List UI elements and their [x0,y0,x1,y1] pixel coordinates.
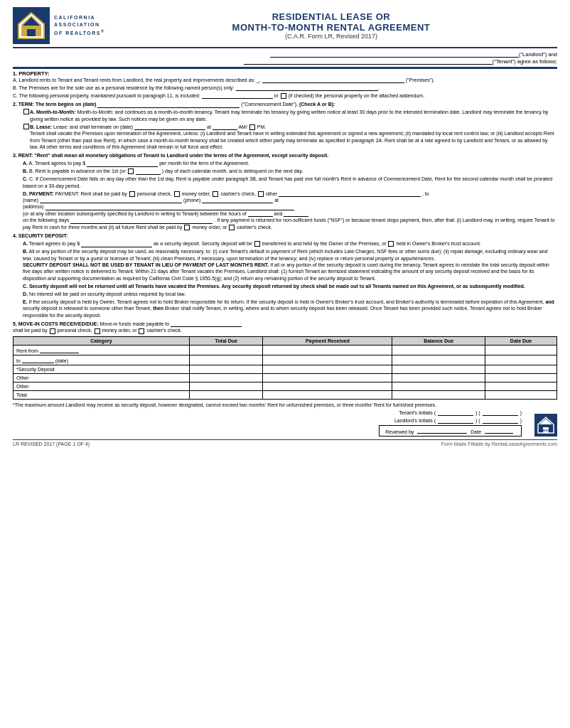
table-cell-balance4[interactable] [392,373,485,382]
s3d-other: other [266,191,277,196]
s3d-phone-field[interactable] [202,197,273,203]
s3d-body: (or at any other location subsequently s… [23,211,247,216]
table-cell-other1: Other [14,373,190,382]
table-cell-balance5[interactable] [392,382,485,390]
tenant-field[interactable] [244,58,493,65]
s1a-field[interactable] [262,77,404,83]
table-cell-date4[interactable] [485,373,557,382]
s3a-amount-field[interactable] [87,161,158,167]
s3d-hours2-field[interactable] [284,210,308,217]
table-row: to (date) [14,355,557,365]
table-cell-total1[interactable] [189,345,263,355]
s3b-checkbox[interactable] [128,168,134,174]
reviewed-field[interactable] [417,427,467,434]
s5-money-checkbox[interactable] [95,328,100,334]
title-sub: MONTH-TO-MONTH RENTAL AGREEMENT [105,22,557,33]
table-cell-total5[interactable] [189,382,263,390]
s4c-row: C. Security deposit will not be returned… [13,283,557,289]
s3d-cashier2-checkbox[interactable] [229,225,235,230]
s3b-day-field[interactable] [136,168,161,175]
s2b-checkbox[interactable] [23,124,29,129]
s2b-date-field[interactable] [134,124,205,130]
s2a-checkbox[interactable] [23,109,29,114]
s2b-time-field[interactable] [213,124,237,130]
s5-cashier-checkbox[interactable] [139,328,144,334]
landlord-label: ("Landlord") and [519,51,557,58]
s3d-address-field[interactable] [45,204,294,210]
move-in-table: Category Total Due Payment Received Bala… [13,336,557,400]
table-cell-total3[interactable] [189,365,263,373]
reviewed-block: Reviewed by Date [379,425,522,437]
table-cell-total6[interactable] [189,390,263,399]
s3d-name-field[interactable] [40,197,182,203]
title-area: RESIDENTIAL LEASE OR MONTH-TO-MONTH RENT… [105,11,557,40]
s5-money: money order, or [102,328,137,333]
tenant-initials-field1[interactable] [438,410,473,416]
s5-personal-checkbox[interactable] [50,328,55,334]
s1c-field[interactable] [202,92,273,99]
table-cell-payment6[interactable] [263,390,392,399]
table-cell-balance6[interactable] [392,390,485,399]
table-cell-date2[interactable] [485,355,557,365]
table-row: Rent from [14,345,557,355]
s3d-other-checkbox[interactable] [258,191,264,197]
s4a-amount-field[interactable] [81,241,152,247]
table-cell-payment2[interactable] [263,355,392,365]
s3d-other-field[interactable] [279,191,421,197]
date-field[interactable] [485,427,513,434]
logo-area: CALIFORNIA ASSOCIATION OF REALTORS® [13,7,105,44]
section-1-title: 1. PROPERTY: [13,70,557,77]
tenant-initials-field2[interactable] [483,410,518,416]
s3d-personal-checkbox[interactable] [129,191,135,197]
rent-from-field[interactable] [40,347,79,353]
table-cell-date5[interactable] [485,382,557,390]
s1b-row: B. The Premises are for the sole use as … [13,85,557,91]
s1a-content: A. Landlord rents to Tenant and Tenant r… [13,77,557,83]
section-3: 3. RENT: "Rent" shall mean all monetary … [13,152,557,230]
rent-to-field[interactable] [22,357,54,363]
table-cell-balance3[interactable] [392,365,485,373]
s1c-checkbox[interactable] [281,93,286,99]
table-cell-payment4[interactable] [263,373,392,382]
table-cell-balance2[interactable] [392,355,485,365]
section-4: 4. SECURITY DEPOSIT: A. Tenant agrees to… [13,232,557,318]
s2b-text: Lease: and shall terminate on (date) [53,124,133,129]
s2-date-field[interactable] [97,102,240,108]
footnote: *The maximum amount Landlord may receive… [13,402,557,408]
landlord-line: ("Landlord") and [270,51,557,58]
landlord-initials-field2[interactable] [483,417,518,424]
table-cell-date1[interactable] [485,345,557,355]
tenant-initials-sep: ) ( [475,410,480,415]
s3d-money2-checkbox[interactable] [184,225,190,230]
s1a-premises: ("Premises"). [406,77,435,82]
s1b-field[interactable] [236,85,378,91]
table-cell-payment5[interactable] [263,382,392,390]
s5-payable-field[interactable] [171,321,242,327]
table-cell-payment1[interactable] [263,345,392,355]
s4e-row: E. If the security deposit is held by Ow… [13,299,557,318]
title-main: RESIDENTIAL LEASE OR [105,11,557,22]
s2-commencement: ("Commencement Date"), [241,102,298,107]
s3a2: per month for the term of the Agreement. [159,161,249,166]
s4e-label: E. [23,299,28,304]
s3d-money-checkbox[interactable] [174,191,180,197]
s3d-hours1-field[interactable] [248,210,273,217]
s3d-days-field[interactable] [70,218,213,224]
table-cell-date3[interactable] [485,365,557,373]
s3d-to: , to [422,191,429,196]
table-cell-total2[interactable] [189,355,263,365]
s2a-content: A. Month-to-Month: Month-to-Month: and c… [30,109,557,122]
s4e-bold: and [545,299,554,304]
table-cell-balance1[interactable] [392,345,485,355]
table-cell-payment3[interactable] [263,365,392,373]
s4a-transfer-checkbox[interactable] [254,241,260,247]
landlord-initials-field1[interactable] [438,417,473,424]
s3d-cashier-checkbox[interactable] [213,191,218,197]
landlord-field[interactable] [270,51,519,58]
table-cell-date6[interactable] [485,390,557,399]
s2b-pm-checkbox[interactable] [249,124,255,130]
s5-cashier: cashier's check. [146,328,182,333]
table-cell-total4[interactable] [189,373,263,382]
s4a-held-checkbox[interactable] [388,241,394,247]
table-row: Other [14,382,557,390]
